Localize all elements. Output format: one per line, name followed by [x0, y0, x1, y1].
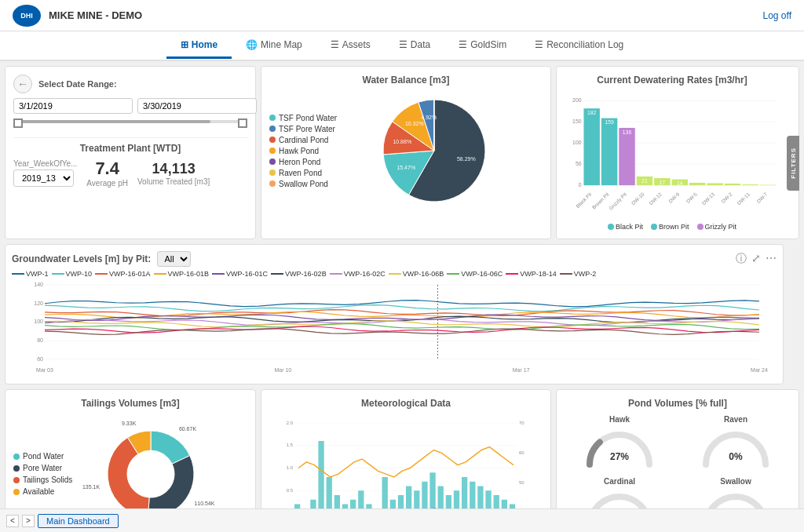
svg-rect-84: [327, 477, 332, 508]
svg-text:58.29%: 58.29%: [457, 156, 476, 162]
donut-container: Pond Water Pore Water Tailings Solids: [13, 415, 247, 508]
nav-goldsim[interactable]: ☰ GoldSim: [444, 33, 521, 59]
nav-data[interactable]: ☰ Data: [385, 33, 444, 59]
svg-text:100%: 100%: [651, 468, 659, 468]
avg-ph-metric: 7.4 Average pH: [86, 159, 128, 188]
year-select[interactable]: 2019_13: [13, 169, 74, 187]
svg-text:100: 100: [572, 140, 582, 145]
pore-water-label: Pore Water: [23, 464, 62, 472]
grizzly-pit-dot: [697, 224, 704, 230]
svg-rect-105: [494, 495, 499, 508]
svg-rect-103: [477, 486, 483, 509]
gw-legend-vwp1602b: VWP-16-02B: [271, 270, 327, 278]
available-label: Available: [23, 487, 54, 496]
bar-chart: 050100150200182Black Pit159Brown Pit136G…: [565, 92, 780, 217]
main-dashboard-tab[interactable]: Main Dashboard: [38, 514, 119, 528]
pond-name-hawk: Hawk: [565, 415, 674, 424]
legend-brown-pit: Brown Pit: [651, 223, 689, 231]
tailings-title: Tailings Volumes [m3]: [13, 398, 247, 409]
svg-text:15.47%: 15.47%: [397, 165, 415, 170]
divider: [13, 137, 247, 138]
vwp2-line: [560, 273, 572, 275]
vwp1606b-line: [389, 273, 401, 275]
pond-item-swallow: Swallow0%0%100%: [681, 477, 791, 508]
legend-tsf-pore: TSF Pore Water: [269, 125, 364, 133]
svg-text:Mar 17: Mar 17: [513, 367, 530, 373]
pond-gauge-hawk: 27%0%100%: [580, 425, 659, 468]
svg-rect-15: [583, 108, 599, 185]
nav-data-label: Data: [411, 39, 430, 50]
cardinal-label: Cardinal Pond: [279, 136, 328, 144]
svg-rect-94: [406, 486, 411, 509]
svg-rect-101: [462, 477, 467, 508]
svg-text:DW-12: DW-12: [648, 191, 663, 206]
legend-grizzly-pit: Grizzly Pit: [697, 223, 737, 231]
nav-goldsim-label: GoldSim: [470, 39, 506, 50]
nav-reconciliation[interactable]: ☰ Reconciliation Log: [521, 33, 638, 59]
legend-hawk: Hawk Pond: [269, 147, 364, 155]
svg-text:0%: 0%: [729, 451, 743, 462]
nav-assets[interactable]: ☰ Assets: [316, 33, 385, 59]
svg-text:0: 0: [579, 182, 582, 188]
svg-rect-89: [366, 505, 371, 509]
nav-items: ⊞ Home 🌐 Mine Map ☰ Assets ☰ Data ☰ Gold…: [166, 33, 638, 59]
svg-text:14: 14: [677, 180, 683, 186]
svg-text:150: 150: [572, 118, 582, 124]
svg-rect-107: [510, 505, 515, 509]
reconciliation-icon: ☰: [535, 39, 543, 50]
expand-icon[interactable]: ⤢: [751, 252, 761, 266]
filters-tab[interactable]: FILTERS: [787, 136, 799, 191]
svg-rect-104: [485, 490, 491, 508]
tab-next-button[interactable]: >: [22, 515, 35, 527]
tsf-pore-dot: [269, 126, 276, 132]
svg-rect-85: [334, 495, 340, 508]
met-card: Meteorological Data 2.01.51.00.50.070605…: [261, 389, 551, 508]
info-icon[interactable]: ⓘ: [736, 252, 747, 266]
legend-swallow: Swallow Pond: [269, 180, 364, 188]
nav-mine-map[interactable]: 🌐 Mine Map: [232, 33, 316, 59]
gw-toolbar: ⓘ ⤢ ⋯: [736, 252, 777, 266]
content-area: ← Select Date Range:: [0, 61, 804, 508]
dewatering-title: Current Dewatering Rates [m3/hr]: [565, 75, 780, 86]
svg-text:1.0: 1.0: [287, 465, 294, 470]
svg-text:DW-7: DW-7: [755, 191, 769, 204]
svg-text:Mar 10: Mar 10: [274, 367, 291, 373]
legend-pore-water: Pore Water: [13, 464, 72, 472]
logoff-button[interactable]: Log off: [763, 10, 791, 21]
nav-home[interactable]: ⊞ Home: [166, 33, 232, 59]
svg-text:9.33K: 9.33K: [122, 421, 137, 426]
svg-rect-96: [422, 482, 427, 508]
water-balance-title: Water Balance [m3]: [269, 75, 543, 86]
date-range-card: ← Select Date Range:: [5, 66, 256, 239]
bottom-bar: < > Main Dashboard: [0, 508, 804, 532]
row3: Tailings Volumes [m3] Pond Water Pore Wa…: [5, 389, 799, 508]
svg-text:100: 100: [34, 319, 43, 324]
date-start-input[interactable]: [13, 98, 133, 114]
vwp1601a-line: [95, 273, 108, 275]
gw-legend-vwp1602c: VWP-16-02C: [330, 270, 386, 278]
gw-legend-vwp2: VWP-2: [560, 270, 597, 278]
top-bar-left: DHI MIKE MINE - DEMO: [13, 5, 142, 27]
top-bar: DHI MIKE MINE - DEMO Log off: [0, 0, 804, 31]
svg-rect-102: [470, 482, 475, 508]
date-end-input[interactable]: [137, 98, 257, 114]
svg-text:17: 17: [660, 180, 666, 185]
volume-value: 14,113: [137, 161, 210, 177]
legend-tailings-solids: Tailings Solids: [13, 476, 72, 484]
more-icon[interactable]: ⋯: [766, 252, 777, 266]
tsf-pond-dot: [269, 115, 276, 121]
gw-filter-select[interactable]: All: [157, 251, 191, 267]
svg-text:60: 60: [37, 356, 43, 362]
svg-rect-18: [601, 118, 617, 186]
date-prev-button[interactable]: ←: [13, 75, 32, 93]
vwp1814-line: [506, 273, 518, 275]
gw-title: Groundwater Levels [m] by Pit:: [12, 253, 151, 264]
pie-legend: TSF Pond Water TSF Pore Water Cardinal P…: [269, 114, 364, 188]
svg-text:60.67K: 60.67K: [179, 426, 197, 432]
tab-prev-button[interactable]: <: [6, 515, 19, 527]
svg-rect-21: [619, 128, 634, 185]
svg-text:136: 136: [623, 129, 632, 135]
hawk-label: Hawk Pond: [279, 147, 319, 155]
gw-legend-vwp1606b: VWP-16-06B: [389, 270, 444, 278]
gw-legend-vwp1601a: VWP-16-01A: [95, 270, 151, 278]
